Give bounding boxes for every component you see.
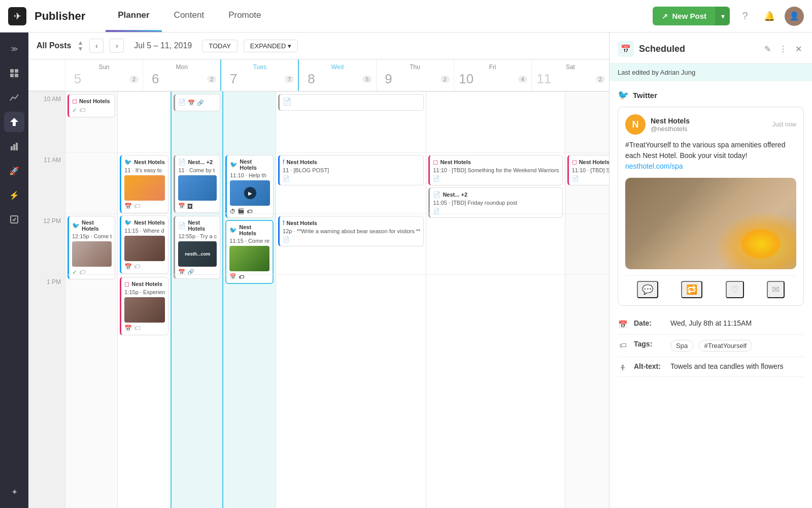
date-icon: 📅 <box>618 320 628 329</box>
post-card[interactable]: 🐦 Nest Hotels 12:15p · Come t ✓ 🏷 <box>67 216 115 279</box>
scroll-down-button[interactable]: ▼ <box>77 46 83 52</box>
top-nav: ✈ Publisher Planner Content Promote ↗ Ne… <box>0 0 812 33</box>
panel-more-button[interactable]: ⋮ <box>777 42 789 56</box>
post-card-image <box>178 175 217 201</box>
sidebar-item-apps[interactable]: ✦ <box>4 482 24 502</box>
tab-content[interactable]: Content <box>162 0 217 32</box>
tweet-reply-button[interactable]: 💬 <box>637 281 658 298</box>
today-button[interactable]: TODAY <box>202 40 238 52</box>
day-col-sat: ◻ Nest Hotels 11:10 · [TBD] Something fo… <box>565 91 609 508</box>
tag-treatyourself[interactable]: #TreatYourself <box>699 340 753 352</box>
calendar-body: 10 AM 11 AM 12 PM 1 PM ◻ Nest Hotels <box>28 91 609 508</box>
candle-glow <box>740 229 781 259</box>
user-avatar[interactable]: 👤 <box>785 7 804 26</box>
bell-icon: 🔔 <box>764 11 775 22</box>
cms-icon: 📄 <box>433 191 441 198</box>
day-count-sun: 2 <box>129 76 139 83</box>
post-card[interactable]: f Nest Hotels 11 · [BLOG POST] 📄 <box>278 155 424 185</box>
tweet-share-button[interactable]: ✉ <box>767 281 785 298</box>
post-card[interactable]: f Nest Hotels 12p · **Write a warning ab… <box>278 216 424 246</box>
day-count-mon: 2 <box>207 76 216 83</box>
mon-1pm: ◻ Nest Hotels 1:15p · Experien 📅 🏷 <box>118 274 171 335</box>
tue-12pm: 📄 Nest Hotels 12:55p · Try a c nesth...c… <box>172 213 222 274</box>
sidebar-item-publish[interactable] <box>4 112 24 132</box>
day-number-sun: 5 <box>70 71 86 87</box>
tab-planner[interactable]: Planner <box>106 0 161 32</box>
app-brand: Publisher <box>35 10 85 23</box>
document-icon: 📄 <box>572 175 579 182</box>
sidebar: ≫ 🚀 ⚡ ✦ <box>0 33 28 508</box>
calendar-header: All Posts ▲ ▼ ‹ › Jul 5 – 11, 2019 TODAY… <box>28 33 609 59</box>
expanded-button[interactable]: EXPANDED ▾ <box>244 40 298 52</box>
meta-date-row: 📅 Date: Wed, July 8th at 11:15AM <box>618 314 804 335</box>
post-card-image: nesth...com <box>178 241 217 267</box>
post-card[interactable]: 🐦 Nest Hotels 11:10 · Help th ▶ ⏱ 🎬 🏷 <box>225 155 274 218</box>
panel-meta: 📅 Date: Wed, July 8th at 11:15AM 🏷 Tags:… <box>618 314 804 377</box>
video-play-icon: ▶ <box>244 187 256 199</box>
time-10am: 10 AM <box>28 91 65 152</box>
sidebar-item-boost[interactable]: 🚀 <box>4 161 24 181</box>
day-col-fri: ◻ Nest Hotels 11:10 · [TBD] Something fo… <box>426 91 564 508</box>
panel-header: 📅 Scheduled ✎ ⋮ ✕ <box>610 33 812 64</box>
sidebar-item-reports[interactable] <box>4 136 24 156</box>
post-card[interactable]: 📄 Nest... +2 11 · Come by t 📅 🖼 <box>174 155 220 213</box>
panel-body: 🐦 Twitter N Nest Hotels @nesthotels Just… <box>610 81 812 508</box>
tag-spa[interactable]: Spa <box>670 340 693 352</box>
post-card-image <box>124 175 165 201</box>
post-card-image: ▶ <box>230 180 270 206</box>
time-column: 10 AM 11 AM 12 PM 1 PM <box>28 91 65 508</box>
post-card[interactable]: 📄 <box>278 94 424 111</box>
day-col-thu: 📄 f Nest Hotels 11 · [BLOG POST] <box>276 91 426 508</box>
calendar-grid: 10 AM 11 AM 12 PM 1 PM ◻ Nest Hotels <box>28 91 609 508</box>
right-panel: 📅 Scheduled ✎ ⋮ ✕ Last edited by Adrian … <box>609 33 812 508</box>
panel-last-edited: Last edited by Adrian Jung <box>610 64 812 81</box>
svg-rect-1 <box>15 69 18 73</box>
sidebar-toggle[interactable]: ≫ <box>4 39 24 59</box>
help-button[interactable]: ? <box>736 7 754 25</box>
day-header-fri: Fri 10 4 <box>454 59 531 91</box>
tweet-card: N Nest Hotels @nesthotels Just now #Trea… <box>618 107 804 306</box>
new-post-icon: ↗ <box>662 12 668 20</box>
post-card-image <box>72 241 112 267</box>
post-card[interactable]: 📄 Nest Hotels 12:55p · Try a c nesth...c… <box>174 216 220 279</box>
tab-promote[interactable]: Promote <box>216 0 273 32</box>
day-col-wed: 🐦 Nest Hotels 11:10 · Help th ▶ ⏱ 🎬 🏷 <box>222 91 276 508</box>
new-post-button[interactable]: ↗ New Post <box>653 7 716 25</box>
twitter-icon: 🐦 <box>124 158 132 166</box>
prev-week-button[interactable]: ‹ <box>89 39 104 53</box>
wed-1pm <box>223 274 276 335</box>
calendar-days-header: Sun 5 2 Mon 6 2 Tues 7 7 <box>28 59 609 91</box>
day-count-sat: 2 <box>596 76 605 83</box>
next-week-button[interactable]: › <box>110 39 124 53</box>
sidebar-item-lightning[interactable]: ⚡ <box>4 185 24 205</box>
instagram-icon: ◻ <box>124 280 129 288</box>
tags-list: Spa #TreatYourself <box>670 340 755 352</box>
sidebar-item-tasks[interactable] <box>4 209 24 230</box>
new-post-dropdown-button[interactable]: ▾ <box>716 7 730 25</box>
tweet-like-button[interactable]: ♡ <box>726 281 744 298</box>
post-card[interactable]: ◻ Nest Hotels 11:10 · [TBD] Something fo… <box>567 155 609 185</box>
post-card[interactable]: 🐦 Nest Hotels 11 · It's easy to 📅 🏷 <box>120 155 168 213</box>
post-card[interactable]: ◻ Nest Hotels ✓ 🏷 <box>67 94 115 117</box>
sidebar-item-analytics[interactable] <box>4 87 24 108</box>
calendar-area: All Posts ▲ ▼ ‹ › Jul 5 – 11, 2019 TODAY… <box>28 33 609 508</box>
post-card[interactable]: ◻ Nest Hotels 11:10 · [TBD] Something fo… <box>428 155 562 185</box>
post-card[interactable]: 📄 📅 🔗 <box>174 94 220 111</box>
notifications-button[interactable]: 🔔 <box>760 7 779 25</box>
chevron-down-icon: ▾ <box>288 42 291 50</box>
tweet-retweet-button[interactable]: 🔁 <box>681 281 702 298</box>
wed-11am: 🐦 Nest Hotels 11:10 · Help th ▶ ⏱ 🎬 🏷 <box>223 152 276 213</box>
date-range: Jul 5 – 11, 2019 <box>134 41 192 50</box>
nav-right: ↗ New Post ▾ ? 🔔 👤 <box>653 7 804 26</box>
document-icon: 📄 <box>433 175 440 182</box>
tweet-link[interactable]: nesthotel.com/spa <box>625 162 683 170</box>
day-header-thu: Thu 9 2 <box>376 59 454 91</box>
sidebar-item-dashboard[interactable] <box>4 63 24 83</box>
sun-11am <box>65 152 117 213</box>
panel-edit-button[interactable]: ✎ <box>762 42 773 56</box>
tag-icon: 🏷 <box>79 107 85 114</box>
fri-12pm <box>426 213 564 274</box>
time-12pm: 12 PM <box>28 213 65 274</box>
panel-close-button[interactable]: ✕ <box>793 42 804 56</box>
post-card[interactable]: ◻ Nest Hotels 1:15p · Experien 📅 🏷 <box>120 277 168 335</box>
